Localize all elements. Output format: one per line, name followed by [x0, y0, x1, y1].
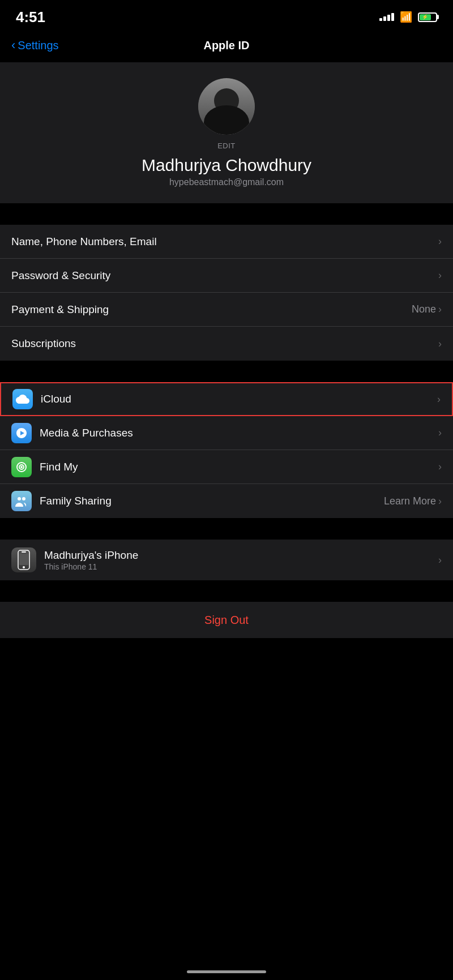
- chevron-icon: ›: [438, 236, 442, 247]
- back-label: Settings: [18, 39, 58, 52]
- device-name: Madhurjya's iPhone: [44, 549, 138, 562]
- chevron-icon: ›: [438, 303, 442, 315]
- home-indicator: [187, 970, 266, 973]
- status-time: 4:51: [16, 8, 45, 26]
- item-label-find-my: Find My: [40, 461, 78, 473]
- svg-rect-6: [22, 551, 26, 553]
- item-right: Learn More ›: [384, 495, 442, 507]
- item-right: None ›: [412, 303, 442, 315]
- item-label-name-phone-email: Name, Phone Numbers, Email: [11, 236, 157, 248]
- item-left: Media & Purchases: [11, 423, 438, 443]
- device-subtitle: This iPhone 11: [44, 562, 138, 571]
- sign-out-button[interactable]: Sign Out: [0, 602, 453, 638]
- section-gap-3: [0, 518, 453, 540]
- chevron-icon: ›: [438, 338, 442, 350]
- device-settings-group: Madhurjya's iPhone This iPhone 11 ›: [0, 540, 453, 580]
- profile-email: hypebeastmach@gmail.com: [169, 177, 284, 187]
- iphone-device-icon: [11, 547, 36, 572]
- chevron-icon: ›: [438, 554, 442, 566]
- item-left: Madhurjya's iPhone This iPhone 11: [11, 547, 438, 572]
- item-left: Subscriptions: [11, 337, 438, 350]
- item-right: ›: [438, 461, 442, 473]
- item-label-password-security: Password & Security: [11, 269, 110, 282]
- avatar: [198, 78, 255, 135]
- profile-section: EDIT Madhurjya Chowdhury hypebeastmach@g…: [0, 62, 453, 203]
- settings-item-password-security[interactable]: Password & Security ›: [0, 259, 453, 293]
- section-gap-1: [0, 203, 453, 225]
- svg-point-7: [23, 566, 25, 568]
- settings-item-icloud[interactable]: iCloud ›: [0, 382, 453, 416]
- section-gap-4: [0, 580, 453, 602]
- item-right: ›: [437, 393, 441, 405]
- item-right: ›: [438, 236, 442, 247]
- avatar-wrapper[interactable]: [198, 78, 255, 135]
- item-left: Name, Phone Numbers, Email: [11, 236, 438, 248]
- item-left: Password & Security: [11, 269, 438, 282]
- services-settings-group: iCloud › Media & Purchases ›: [0, 382, 453, 518]
- item-left: iCloud: [12, 389, 437, 409]
- settings-item-payment-shipping[interactable]: Payment & Shipping None ›: [0, 293, 453, 327]
- nav-bar: ‹ Settings Apple ID: [0, 31, 453, 62]
- back-button[interactable]: ‹ Settings: [11, 38, 59, 53]
- item-label-subscriptions: Subscriptions: [11, 337, 76, 350]
- settings-item-family-sharing[interactable]: Family Sharing Learn More ›: [0, 484, 453, 518]
- status-bar: 4:51 📶 ⚡: [0, 0, 453, 31]
- item-label-family-sharing: Family Sharing: [40, 495, 112, 507]
- account-settings-group: Name, Phone Numbers, Email › Password & …: [0, 225, 453, 361]
- svg-rect-8: [19, 554, 28, 565]
- settings-item-subscriptions[interactable]: Subscriptions ›: [0, 327, 453, 361]
- item-label-icloud: iCloud: [41, 393, 71, 405]
- device-info: Madhurjya's iPhone This iPhone 11: [44, 549, 138, 571]
- media-purchases-app-icon: [11, 423, 32, 443]
- edit-label[interactable]: EDIT: [217, 142, 236, 150]
- item-right: ›: [438, 269, 442, 281]
- item-label-media-purchases: Media & Purchases: [40, 427, 133, 439]
- page-title: Apple ID: [203, 39, 249, 52]
- sign-out-label: Sign Out: [204, 614, 249, 627]
- item-right: ›: [438, 338, 442, 350]
- family-sharing-value: Learn More: [384, 495, 436, 507]
- wifi-icon: 📶: [400, 11, 412, 23]
- battery-icon: ⚡: [418, 12, 437, 22]
- settings-item-find-my[interactable]: Find My ›: [0, 450, 453, 484]
- settings-item-name-phone-email[interactable]: Name, Phone Numbers, Email ›: [0, 225, 453, 259]
- icloud-app-icon: [12, 389, 33, 409]
- item-label-payment-shipping: Payment & Shipping: [11, 303, 109, 316]
- signal-bars-icon: [379, 13, 394, 21]
- chevron-icon: ›: [437, 393, 441, 405]
- settings-item-media-purchases[interactable]: Media & Purchases ›: [0, 416, 453, 450]
- chevron-icon: ›: [438, 495, 442, 507]
- family-sharing-app-icon: [11, 491, 32, 511]
- item-left: Payment & Shipping: [11, 303, 412, 316]
- sign-out-section: Sign Out: [0, 602, 453, 638]
- payment-value: None: [412, 303, 436, 315]
- item-right: ›: [438, 427, 442, 439]
- profile-name: Madhurjya Chowdhury: [142, 156, 311, 175]
- item-right: ›: [438, 554, 442, 566]
- svg-point-3: [18, 497, 21, 500]
- chevron-icon: ›: [438, 269, 442, 281]
- svg-point-4: [22, 497, 25, 500]
- back-chevron-icon: ‹: [11, 38, 15, 53]
- status-icons: 📶 ⚡: [379, 11, 437, 23]
- settings-item-iphone[interactable]: Madhurjya's iPhone This iPhone 11 ›: [0, 540, 453, 580]
- item-left: Family Sharing: [11, 491, 384, 511]
- find-my-app-icon: [11, 457, 32, 477]
- chevron-icon: ›: [438, 461, 442, 473]
- section-gap-2: [0, 361, 453, 382]
- svg-point-2: [20, 466, 23, 468]
- item-left: Find My: [11, 457, 438, 477]
- chevron-icon: ›: [438, 427, 442, 439]
- avatar-image: [198, 78, 255, 135]
